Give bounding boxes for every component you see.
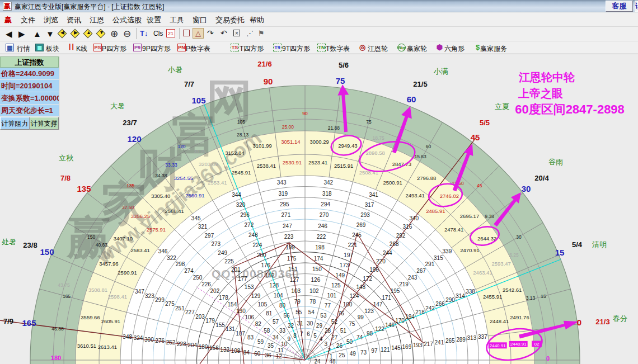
svg-text:196: 196 bbox=[369, 267, 379, 273]
svg-text:194: 194 bbox=[405, 314, 415, 320]
svg-text:316: 316 bbox=[403, 224, 412, 230]
svg-text:30: 30 bbox=[516, 234, 522, 240]
svg-text:11: 11 bbox=[278, 347, 284, 353]
svg-text:130: 130 bbox=[236, 308, 246, 314]
svg-text:245: 245 bbox=[352, 232, 362, 238]
svg-text:3356.25: 3356.25 bbox=[131, 213, 150, 219]
svg-text:293: 293 bbox=[360, 212, 370, 218]
svg-text:2493.41: 2493.41 bbox=[406, 192, 425, 198]
svg-text:网: 网 bbox=[207, 75, 252, 126]
svg-text:30: 30 bbox=[307, 320, 313, 327]
svg-text:267: 267 bbox=[416, 268, 426, 274]
svg-text:2590.91: 2590.91 bbox=[118, 270, 137, 276]
svg-text:2644.32: 2644.32 bbox=[477, 235, 496, 242]
svg-text:2440.91: 2440.91 bbox=[490, 343, 506, 348]
svg-text:2485.91: 2485.91 bbox=[426, 208, 445, 214]
svg-text:103: 103 bbox=[291, 288, 301, 294]
svg-text:2746.02: 2746.02 bbox=[440, 193, 459, 199]
svg-text:176: 176 bbox=[261, 262, 270, 268]
svg-text:269: 269 bbox=[356, 222, 366, 228]
svg-text:175: 175 bbox=[287, 256, 297, 262]
svg-text:27: 27 bbox=[331, 334, 338, 341]
svg-text:148: 148 bbox=[356, 284, 365, 290]
svg-text:180: 180 bbox=[199, 344, 208, 350]
svg-text:52: 52 bbox=[331, 319, 338, 325]
svg-text:2530.91: 2530.91 bbox=[283, 159, 302, 166]
svg-text:297: 297 bbox=[205, 233, 214, 239]
svg-text:102: 102 bbox=[309, 288, 319, 294]
svg-text:296: 296 bbox=[240, 212, 250, 218]
svg-text:99: 99 bbox=[358, 314, 364, 320]
svg-text:226: 226 bbox=[201, 281, 211, 287]
svg-text:59: 59 bbox=[257, 339, 264, 345]
svg-text:3508.81: 3508.81 bbox=[88, 287, 107, 293]
svg-text:3152.84: 3152.84 bbox=[225, 150, 244, 156]
svg-text:6: 6 bbox=[307, 331, 310, 337]
svg-text:153: 153 bbox=[245, 284, 254, 290]
svg-text:151: 151 bbox=[288, 266, 298, 272]
svg-text:266: 266 bbox=[435, 301, 445, 307]
svg-text:155: 155 bbox=[215, 322, 225, 328]
svg-text:2598.41: 2598.41 bbox=[108, 294, 127, 300]
svg-text:2553.41: 2553.41 bbox=[208, 179, 227, 186]
svg-text:3407.10: 3407.10 bbox=[114, 235, 133, 242]
svg-text:124: 124 bbox=[350, 293, 359, 299]
svg-text:50: 50 bbox=[346, 339, 353, 345]
svg-text:31: 31 bbox=[297, 320, 304, 327]
svg-text:204: 204 bbox=[187, 342, 197, 348]
svg-text:321: 321 bbox=[198, 224, 208, 230]
svg-text:24: 24 bbox=[314, 358, 321, 364]
svg-text:244: 244 bbox=[383, 250, 392, 256]
svg-text:104: 104 bbox=[274, 292, 283, 299]
svg-text:248: 248 bbox=[248, 232, 258, 238]
svg-text:243: 243 bbox=[408, 275, 417, 281]
svg-text:123: 123 bbox=[364, 308, 374, 314]
svg-text:2523.41: 2523.41 bbox=[308, 159, 327, 166]
svg-text:270: 270 bbox=[320, 212, 329, 218]
svg-text:2568.41: 2568.41 bbox=[165, 208, 184, 214]
svg-text:60: 60 bbox=[254, 351, 261, 357]
svg-text:3101.99: 3101.99 bbox=[253, 143, 272, 149]
svg-text:36: 36 bbox=[265, 352, 272, 358]
svg-text:45: 45 bbox=[477, 183, 482, 188]
svg-text:2500.91: 2500.91 bbox=[383, 179, 402, 186]
svg-text:3.13: 3.13 bbox=[526, 295, 536, 301]
svg-text:241: 241 bbox=[435, 339, 444, 346]
svg-text:2796.88: 2796.88 bbox=[417, 175, 436, 181]
svg-text:2613.41: 2613.41 bbox=[98, 344, 117, 350]
svg-text:78: 78 bbox=[309, 299, 316, 305]
svg-text:2605.91: 2605.91 bbox=[101, 318, 120, 324]
svg-text:56: 56 bbox=[284, 313, 290, 319]
svg-text:2478.41: 2478.41 bbox=[444, 226, 463, 233]
svg-text:318: 318 bbox=[322, 191, 332, 197]
svg-text:2898.58: 2898.58 bbox=[366, 150, 385, 156]
svg-text:90: 90 bbox=[302, 111, 308, 116]
svg-text:2949.43: 2949.43 bbox=[338, 143, 357, 149]
svg-text:165: 165 bbox=[63, 294, 71, 299]
svg-text:35: 35 bbox=[268, 343, 274, 349]
svg-text:28.13: 28.13 bbox=[237, 132, 249, 138]
svg-text:2560.91: 2560.91 bbox=[185, 192, 204, 198]
svg-text:107: 107 bbox=[236, 330, 245, 337]
svg-text:10: 10 bbox=[281, 341, 288, 347]
svg-text:131: 131 bbox=[226, 326, 235, 332]
svg-text:3305.40: 3305.40 bbox=[151, 193, 170, 199]
svg-text:198: 198 bbox=[315, 244, 325, 250]
svg-text:344: 344 bbox=[232, 192, 241, 198]
svg-text:6.25: 6.25 bbox=[509, 252, 519, 258]
svg-text:81: 81 bbox=[266, 310, 273, 316]
svg-text:105: 105 bbox=[237, 119, 245, 125]
svg-text:49: 49 bbox=[350, 351, 356, 357]
svg-text:271: 271 bbox=[282, 212, 291, 218]
svg-text:132: 132 bbox=[220, 347, 229, 353]
svg-text:146: 146 bbox=[385, 322, 395, 328]
svg-text:28: 28 bbox=[325, 328, 331, 334]
svg-text:247: 247 bbox=[283, 223, 292, 229]
svg-text:57: 57 bbox=[273, 319, 279, 325]
svg-text:74: 74 bbox=[356, 334, 363, 341]
svg-text:33: 33 bbox=[279, 328, 286, 334]
svg-text:295: 295 bbox=[280, 201, 289, 207]
svg-text:98: 98 bbox=[367, 330, 373, 337]
svg-text:200: 200 bbox=[257, 252, 266, 258]
svg-text:319: 319 bbox=[278, 191, 288, 197]
